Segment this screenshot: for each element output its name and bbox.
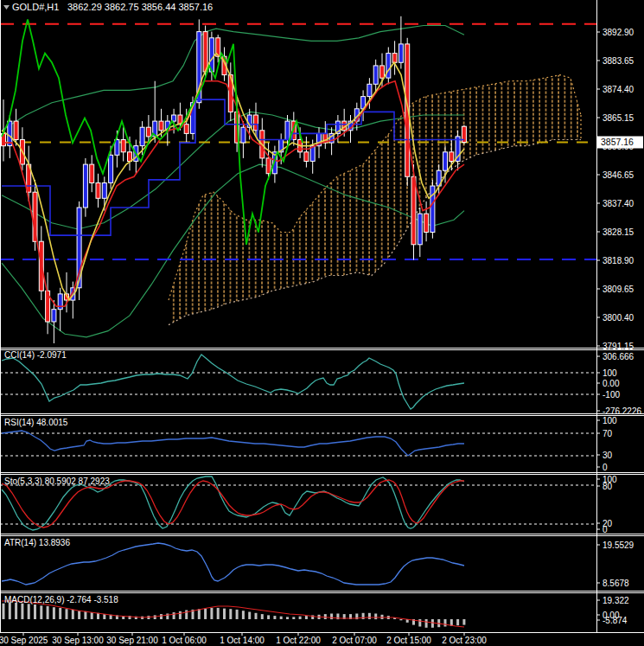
macd-bar <box>425 619 428 628</box>
trading-chart-window[interactable]: 3892.903883.653874.403865.153855.903846.… <box>0 0 644 646</box>
candle[interactable] <box>462 125 466 145</box>
macd-bar <box>59 608 61 619</box>
macd-bar <box>91 612 93 619</box>
candle[interactable] <box>304 137 309 168</box>
macd-bar <box>399 619 402 620</box>
time-axis-label[interactable]: 30 Sep 13:00 <box>52 636 104 645</box>
candle-body <box>373 66 378 84</box>
macd-bar <box>217 608 220 619</box>
rsi-axis-label: 30 <box>603 451 613 460</box>
macd-signal <box>2 601 464 627</box>
macd-bar <box>248 612 251 620</box>
time-axis-label[interactable]: 30 Sep 21:00 <box>106 636 158 645</box>
candle-body <box>121 140 125 152</box>
price-axis-label: 3865.15 <box>603 113 634 123</box>
macd-bar <box>179 611 182 619</box>
cci-axis-label: 306.666 <box>603 352 634 361</box>
macd-bar <box>368 613 371 619</box>
panel-atr[interactable] <box>2 543 464 585</box>
candle-body <box>411 176 416 244</box>
candle[interactable] <box>430 180 435 239</box>
candle-body <box>203 32 207 72</box>
macd-bar <box>431 619 434 628</box>
macd-bar <box>97 613 99 619</box>
macd-bar <box>84 611 86 619</box>
macd-bar <box>34 604 36 619</box>
macd-bar <box>299 617 302 619</box>
candle[interactable] <box>90 155 94 192</box>
panel-cci[interactable] <box>0 355 596 409</box>
macd-bar <box>9 602 11 619</box>
candle[interactable] <box>424 201 429 241</box>
cci-label: CCI(14) -2.0971 <box>4 350 67 360</box>
macd-bar <box>28 604 30 619</box>
candle[interactable] <box>83 158 87 217</box>
macd-bar <box>3 604 5 619</box>
price-axis[interactable]: 3892.903883.653874.403865.153855.903846.… <box>597 28 643 625</box>
main-price-panel[interactable] <box>0 16 596 343</box>
candle-body <box>450 152 454 162</box>
macd-bar <box>261 614 264 619</box>
candle-body <box>241 127 245 143</box>
candle[interactable] <box>52 300 56 343</box>
panel-rsi[interactable] <box>0 431 596 456</box>
time-axis-label[interactable]: 30 Sep 2025 <box>0 636 48 645</box>
candle[interactable] <box>392 41 397 74</box>
macd-bar <box>72 610 74 619</box>
rsi-label: RSI(14) 48.0015 <box>4 418 68 427</box>
chart-canvas[interactable]: 3892.903883.653874.403865.153855.903846.… <box>0 0 644 646</box>
stochastic-axis-label: 0 <box>603 525 608 534</box>
time-axis-label[interactable]: 2 Oct 15:00 <box>386 636 431 645</box>
price-axis-label: 3874.40 <box>603 85 634 94</box>
time-axis-label[interactable]: 2 Oct 23:00 <box>442 636 487 645</box>
candle-body <box>146 127 150 137</box>
macd-bar <box>223 609 226 619</box>
candle[interactable] <box>58 288 62 331</box>
candle-body <box>96 183 100 199</box>
macd-bar <box>267 615 270 619</box>
macd-axis-label: 19.322 <box>603 596 629 605</box>
chart-title-ohlc: 3862.29 3862.75 3856.44 3857.16 <box>67 2 213 12</box>
candle-body <box>424 214 429 232</box>
time-axis-label[interactable]: 2 Oct 07:00 <box>332 636 377 645</box>
rsi-axis-label: 100 <box>603 416 617 425</box>
price-axis-label: 3828.15 <box>603 227 634 237</box>
macd-bar <box>242 611 245 619</box>
rsi-axis-label: 0 <box>603 463 608 472</box>
candle-body <box>418 214 422 245</box>
macd-bar <box>21 604 23 619</box>
macd-bar <box>66 609 68 619</box>
macd-bar <box>53 607 55 619</box>
panel-macd[interactable] <box>2 601 465 628</box>
macd-bar <box>286 617 289 619</box>
price-axis-label: 3883.65 <box>603 56 634 66</box>
macd-bar <box>204 609 207 619</box>
cci-axis-label: -276.2226 <box>603 406 641 416</box>
candle-body <box>367 84 372 96</box>
indicator-panels[interactable] <box>0 355 596 628</box>
cci-line <box>2 355 464 409</box>
candle[interactable] <box>386 48 391 85</box>
macd-axis-label: -5.874 <box>603 616 628 625</box>
price-axis-label: 3800.40 <box>603 313 634 323</box>
symbol-dropdown-icon[interactable] <box>3 5 10 10</box>
candle[interactable] <box>46 272 50 334</box>
time-axis[interactable]: 30 Sep 202530 Sep 13:0030 Sep 21:001 Oct… <box>0 633 487 645</box>
atr-line <box>2 543 464 585</box>
candle-body <box>304 152 309 162</box>
price-axis-label: 3892.90 <box>603 28 634 37</box>
macd-bar <box>273 616 276 619</box>
price-axis-label: 3809.65 <box>603 285 634 294</box>
candle[interactable] <box>418 208 422 257</box>
candle-body <box>184 125 188 134</box>
rsi-line <box>2 431 464 456</box>
candle-body <box>392 54 397 63</box>
candle[interactable] <box>399 16 403 69</box>
time-axis-label[interactable]: 1 Oct 06:00 <box>162 636 207 645</box>
time-axis-label[interactable]: 1 Oct 22:00 <box>276 636 321 645</box>
candle-body <box>52 310 56 322</box>
macd-bar <box>15 603 17 619</box>
time-axis-label[interactable]: 1 Oct 14:00 <box>220 636 265 645</box>
macd-bar <box>47 606 49 619</box>
candle[interactable] <box>96 174 100 208</box>
